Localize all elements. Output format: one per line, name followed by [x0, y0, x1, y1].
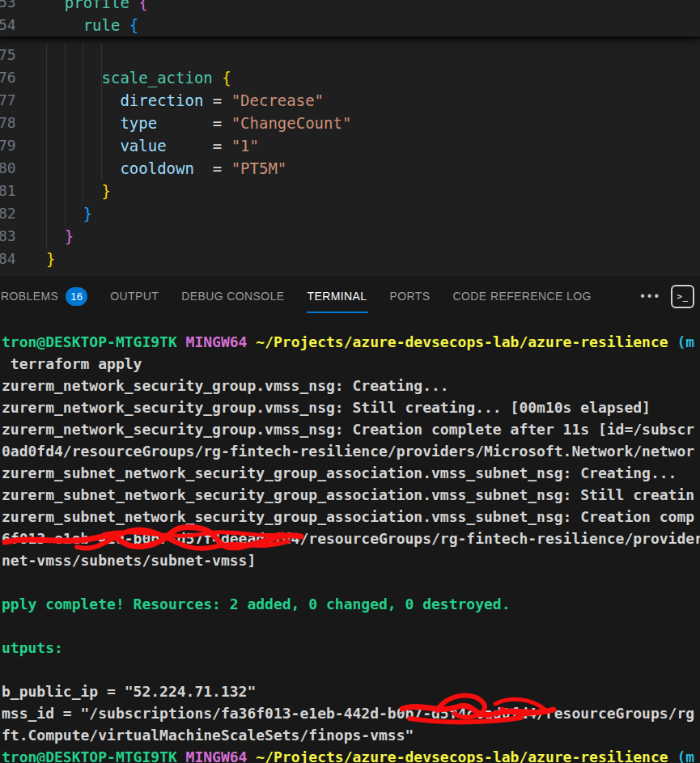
terminal-line: zurerm_network_security_group.vmss_nsg: …: [2, 375, 700, 396]
terminal-line: zurerm_network_security_group.vmss_nsg: …: [2, 418, 700, 440]
line-number: 80: [0, 157, 15, 180]
terminal-line: [2, 571, 700, 593]
code-text: rule {: [15, 14, 138, 36]
text-segment: =: [203, 91, 231, 109]
text-segment: [177, 333, 186, 350]
code-line: 77 direction = "Decrease": [0, 89, 700, 112]
text-segment: zurerm_subnet_network_security_group_ass…: [2, 508, 694, 525]
text-segment: =: [194, 159, 231, 177]
terminal-line: 6f013-e1eb-42d-b0b7-d57f4deead0fd4/resou…: [2, 528, 700, 549]
text-segment: [28, 16, 83, 34]
text-segment: [668, 748, 677, 763]
line-number: 76: [0, 66, 15, 89]
text-segment: utputs:: [2, 639, 63, 656]
code-text: type = "ChangeCount": [15, 112, 351, 134]
text-segment: [668, 333, 677, 350]
text-segment: [247, 333, 256, 350]
code-text: }: [15, 248, 55, 270]
code-text: }: [15, 225, 74, 248]
text-segment: {: [222, 69, 231, 87]
line-number: 81: [0, 180, 15, 202]
text-segment: "ChangeCount": [231, 114, 352, 132]
code-text: [15, 44, 28, 66]
problems-count-badge: 16: [66, 287, 87, 306]
line-number: 53: [0, 0, 15, 14]
text-segment: [28, 227, 65, 245]
terminal-line: zurerm_subnet_network_security_group_ass…: [2, 484, 700, 506]
text-segment: [28, 137, 120, 155]
terminal-line: b_public_ip = "52.224.71.132": [2, 680, 700, 702]
panel-tab-code-reference-log[interactable]: CODE REFERENCE LOG: [442, 276, 603, 316]
text-segment: rule: [83, 16, 129, 34]
line-number: 78: [0, 112, 15, 134]
panel-tab-terminal[interactable]: TERMINAL: [296, 276, 379, 316]
text-segment: tron@DESKTOP-MTGI9TK: [2, 333, 177, 350]
terminal-line: zurerm_subnet_network_security_group_ass…: [2, 506, 700, 528]
sticky-line: 53 profile {: [0, 0, 700, 14]
text-segment: }: [46, 250, 55, 268]
panel-tab-debug-console[interactable]: DEBUG CONSOLE: [170, 276, 295, 316]
code-text: profile {: [15, 0, 148, 14]
text-segment: =: [167, 137, 231, 155]
text-segment: type: [120, 114, 157, 132]
text-segment: }: [102, 182, 111, 200]
terminal-line: zurerm_subnet_network_security_group_ass…: [2, 462, 700, 484]
code-line: 82 }: [0, 202, 700, 225]
terminal-line: 0ad0fd4/resourceGroups/rg-fintech-resili…: [2, 440, 700, 462]
more-actions-button[interactable]: •••: [630, 289, 671, 303]
text-segment: {: [138, 0, 147, 11]
text-segment: scale_action: [102, 69, 223, 87]
text-segment: MINGW64: [186, 333, 248, 350]
text-segment: mss_id = "/subscriptions/fa36f013-e1eb-4…: [2, 705, 694, 722]
text-segment: ~/Projects/azure-devsecops-lab/azure-res…: [256, 748, 668, 763]
panel-tab-problems[interactable]: ROBLEMS16: [0, 276, 99, 316]
panel-tab-bar: ROBLEMS16OUTPUTDEBUG CONSOLETERMINALPORT…: [0, 276, 700, 316]
panel-tab-ports[interactable]: PORTS: [379, 276, 442, 316]
text-segment: =: [157, 114, 231, 132]
open-terminal-icon[interactable]: >_: [671, 285, 694, 308]
code-text: }: [15, 202, 92, 225]
text-segment: zurerm_subnet_network_security_group_ass…: [2, 486, 694, 503]
code-line: 80 cooldown = "PT5M": [0, 157, 700, 180]
panel-tab-label: CODE REFERENCE LOG: [453, 290, 592, 303]
panel-tab-label: DEBUG CONSOLE: [181, 290, 284, 303]
text-segment: [28, 69, 102, 87]
sticky-scroll[interactable]: 53 profile {54 rule {: [0, 0, 700, 39]
code-editor[interactable]: 53 profile {54 rule { 7576 scale_action …: [0, 0, 700, 276]
terminal-line: mss_id = "/subscriptions/fa36f013-e1eb-4…: [2, 702, 700, 724]
terminal-line: [2, 615, 700, 637]
text-segment: value: [120, 137, 166, 155]
text-segment: profile: [65, 0, 139, 11]
text-segment: zurerm_subnet_network_security_group_ass…: [2, 464, 677, 481]
text-segment: {: [129, 16, 138, 34]
text-segment: zurerm_network_security_group.vmss_nsg: …: [2, 377, 449, 394]
text-segment: "PT5M": [231, 159, 287, 177]
text-segment: [28, 0, 65, 11]
code-line: 81 }: [0, 180, 700, 202]
vscode-window: { "palette": { "editor_bg": "#1f1f1f", "…: [0, 0, 700, 763]
terminal[interactable]: tron@DESKTOP-MTGI9TK MINGW64 ~/Projects/…: [0, 316, 700, 763]
text-segment: pply complete! Resources: 2 added, 0 cha…: [2, 596, 511, 613]
text-segment: }: [65, 227, 74, 245]
panel-tab-label: TERMINAL: [308, 290, 367, 303]
terminal-line: tron@DESKTOP-MTGI9TK MINGW64 ~/Projects/…: [2, 746, 700, 763]
line-number: 84: [0, 248, 15, 270]
text-segment: }: [83, 205, 92, 223]
text-segment: MINGW64: [186, 748, 248, 763]
text-segment: [28, 114, 120, 132]
panel-tab-output[interactable]: OUTPUT: [99, 276, 170, 316]
text-segment: [247, 748, 256, 763]
code-line: 84 }: [0, 248, 700, 270]
text-segment: (m: [677, 333, 694, 350]
line-number: 54: [0, 14, 15, 36]
text-segment: "1": [231, 137, 259, 155]
sticky-line: 54 rule {: [0, 14, 700, 36]
code-text: scale_action {: [15, 66, 231, 89]
code-text: direction = "Decrease": [15, 89, 324, 112]
panel-tab-label: ROBLEMS: [1, 290, 58, 303]
code-line: 75: [0, 44, 700, 66]
text-segment: ft.Compute/virtualMachineScaleSets/finop…: [2, 727, 414, 744]
text-segment: zurerm_network_security_group.vmss_nsg: …: [2, 399, 651, 416]
text-segment: [28, 182, 102, 200]
text-segment: direction: [120, 91, 203, 109]
